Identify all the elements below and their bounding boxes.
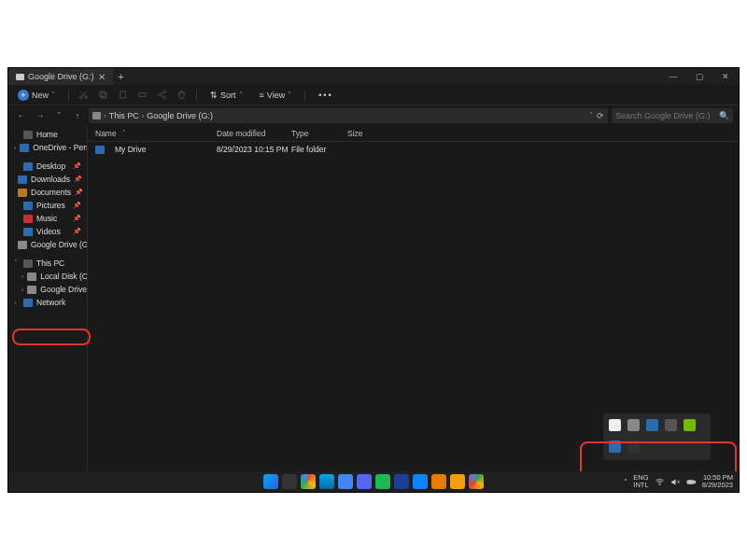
pin-icon: 📌 bbox=[73, 215, 81, 222]
sidebar-item-pictures[interactable]: Pictures📌 bbox=[8, 199, 87, 212]
maximize-button[interactable]: ▢ bbox=[686, 68, 712, 85]
pin-icon: 📌 bbox=[74, 175, 82, 183]
up-button[interactable]: ↑ bbox=[70, 108, 85, 123]
svg-rect-5 bbox=[139, 93, 146, 97]
svg-point-8 bbox=[163, 96, 166, 99]
chevron-down-icon[interactable]: ˅ bbox=[51, 108, 66, 123]
view-label: View bbox=[267, 91, 285, 100]
titlebar: Google Drive (G:) ✕ + — ▢ ✕ bbox=[8, 68, 739, 85]
taskbar-search-icon[interactable] bbox=[282, 474, 297, 489]
crumb-google-drive[interactable]: Google Drive (G:) bbox=[147, 111, 213, 120]
close-button[interactable]: ✕ bbox=[712, 68, 739, 85]
svg-point-7 bbox=[158, 93, 161, 96]
language-indicator[interactable]: ENG INTL bbox=[633, 474, 648, 490]
search-input[interactable]: Search Google Drive (G:) 🔍 bbox=[612, 108, 733, 123]
close-tab-icon[interactable]: ✕ bbox=[98, 72, 106, 82]
sidebar-item-videos[interactable]: Videos📌 bbox=[8, 225, 87, 238]
taskbar-edge-icon[interactable] bbox=[319, 474, 334, 489]
rename-icon[interactable] bbox=[137, 90, 148, 100]
new-button[interactable]: + New ˅ bbox=[14, 88, 59, 103]
taskbar-app-icon[interactable] bbox=[338, 474, 353, 489]
share-icon[interactable] bbox=[157, 90, 167, 100]
view-button[interactable]: ≡ View ˅ bbox=[256, 89, 296, 102]
taskbar-discord-icon[interactable] bbox=[357, 474, 372, 489]
new-label: New bbox=[32, 91, 49, 100]
back-button[interactable]: ← bbox=[14, 108, 29, 123]
tray-usb-icon[interactable] bbox=[665, 419, 677, 431]
folder-icon bbox=[18, 175, 27, 184]
svg-rect-11 bbox=[694, 481, 695, 483]
sidebar-item-this-pc[interactable]: ˅ This PC bbox=[8, 257, 87, 270]
sidebar-item-desktop[interactable]: Desktop📌 bbox=[8, 160, 87, 173]
pin-icon: 📌 bbox=[73, 202, 81, 209]
taskbar-chrome-icon[interactable] bbox=[301, 474, 316, 489]
tray-lg-icon[interactable] bbox=[627, 441, 640, 453]
sidebar-drive-local-disk-c-[interactable]: ›Local Disk (C:) bbox=[8, 270, 87, 283]
chevron-down-icon[interactable]: ˅ bbox=[589, 111, 593, 120]
folder-icon bbox=[95, 146, 105, 154]
tray-bluetooth-icon[interactable] bbox=[609, 441, 621, 453]
sidebar-item-home[interactable]: Home bbox=[8, 128, 87, 141]
svg-point-6 bbox=[163, 91, 166, 93]
volume-muted-icon[interactable] bbox=[670, 477, 681, 487]
col-type[interactable]: Type bbox=[291, 129, 347, 138]
sidebar-item-downloads[interactable]: Downloads📌 bbox=[8, 173, 87, 186]
new-tab-button[interactable]: + bbox=[113, 71, 130, 82]
cut-icon[interactable] bbox=[78, 90, 89, 100]
col-name[interactable]: Name bbox=[95, 129, 117, 138]
tray-app-icon[interactable] bbox=[609, 419, 621, 431]
clock[interactable]: 10:50 PM 8/29/2023 bbox=[702, 474, 733, 490]
window-tab[interactable]: Google Drive (G:) ✕ bbox=[8, 68, 113, 85]
tray-nvidia-icon[interactable] bbox=[684, 419, 696, 431]
paste-icon[interactable] bbox=[118, 90, 128, 100]
forward-button[interactable]: → bbox=[33, 108, 48, 123]
copy-icon[interactable] bbox=[98, 90, 108, 100]
pc-icon bbox=[23, 259, 33, 268]
network-icon bbox=[23, 299, 33, 307]
taskbar-vlc-icon[interactable] bbox=[431, 474, 446, 489]
sidebar-item-onedrive[interactable]: › OneDrive - Persona bbox=[8, 141, 87, 154]
sort-indicator-icon: ˄ bbox=[122, 130, 126, 137]
taskbar-explorer-icon[interactable] bbox=[450, 474, 465, 489]
crumb-this-pc[interactable]: This PC bbox=[109, 111, 139, 120]
start-button[interactable] bbox=[263, 474, 278, 489]
sidebar: Home › OneDrive - Persona Desktop📌Downlo… bbox=[8, 126, 88, 481]
delete-icon[interactable] bbox=[176, 90, 187, 100]
tray-security-icon[interactable] bbox=[646, 419, 658, 431]
battery-icon[interactable] bbox=[686, 477, 697, 487]
pin-icon: 📌 bbox=[73, 162, 81, 170]
more-button[interactable]: ••• bbox=[315, 89, 336, 102]
sidebar-item-music[interactable]: Music📌 bbox=[8, 212, 87, 225]
table-row[interactable]: My Drive8/29/2023 10:15 PMFile folder bbox=[88, 142, 739, 157]
address-bar[interactable]: › This PC › Google Drive (G:) ˅ ⟳ bbox=[89, 108, 608, 123]
taskbar-steam-icon[interactable] bbox=[394, 474, 409, 489]
wifi-icon[interactable] bbox=[655, 477, 665, 487]
sort-label: Sort bbox=[220, 91, 236, 100]
sidebar-item-google-drive-g-[interactable]: Google Drive (G:)📌 bbox=[8, 238, 87, 251]
sort-button[interactable]: ⇅ Sort ˅ bbox=[206, 89, 247, 102]
svg-rect-12 bbox=[687, 481, 693, 483]
pc-icon bbox=[92, 112, 101, 119]
col-size[interactable]: Size bbox=[347, 129, 385, 138]
sidebar-item-network[interactable]: › Network bbox=[8, 296, 87, 309]
tab-title: Google Drive (G:) bbox=[28, 72, 94, 81]
taskbar-spotify-icon[interactable] bbox=[375, 474, 390, 489]
folder-icon bbox=[23, 162, 33, 171]
sidebar-drive-google-drive-g-[interactable]: ›Google Drive (G:) bbox=[8, 283, 87, 296]
taskbar-bluetooth-icon[interactable] bbox=[413, 474, 428, 489]
navigation-bar: ← → ˅ ↑ › This PC › Google Drive (G:) ˅ … bbox=[8, 105, 739, 126]
plus-icon: + bbox=[18, 90, 29, 101]
system-tray-overflow bbox=[603, 413, 711, 460]
tray-settings-icon[interactable] bbox=[627, 419, 640, 431]
taskbar-google-drive-icon[interactable] bbox=[469, 474, 484, 489]
minimize-button[interactable]: — bbox=[660, 68, 686, 85]
refresh-icon[interactable]: ⟳ bbox=[597, 111, 604, 120]
cloud-icon bbox=[20, 144, 29, 152]
tray-chevron-icon[interactable]: ˄ bbox=[624, 478, 627, 486]
svg-rect-4 bbox=[120, 91, 126, 98]
folder-icon bbox=[23, 202, 33, 210]
pin-icon: 📌 bbox=[73, 228, 81, 235]
folder-icon bbox=[23, 215, 33, 223]
sidebar-item-documents[interactable]: Documents📌 bbox=[8, 186, 87, 199]
col-date[interactable]: Date modified bbox=[217, 129, 291, 138]
